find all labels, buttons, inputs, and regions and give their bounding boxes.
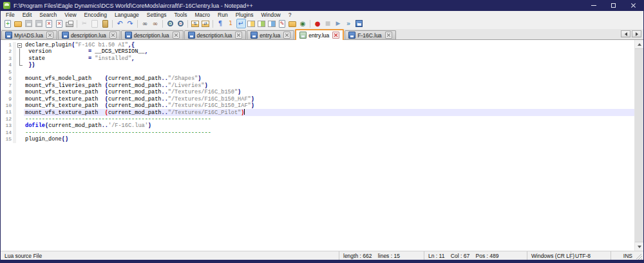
titlebar[interactable]: F:\Program Files\Eagle Dynamics\DCS Worl…	[1, 0, 643, 11]
tab-entry-lua[interactable]: entry.lua	[247, 30, 294, 39]
macro-play-button[interactable]: ▶	[334, 19, 343, 28]
sync-vertical-scroll-button[interactable]: ⇅	[191, 19, 200, 28]
zoom-in-button[interactable]: +	[166, 19, 175, 28]
tab-scroll-right-button[interactable]	[632, 30, 641, 37]
tab-close-icon[interactable]	[385, 32, 392, 39]
menu-window[interactable]: Window	[258, 11, 285, 18]
code-line-3[interactable]: 3 state = "installed",	[1, 55, 634, 62]
document-map-button[interactable]	[257, 19, 267, 28]
code-line-12[interactable]: 12--------------------------------------…	[1, 116, 634, 122]
folder-as-workspace-button[interactable]	[288, 19, 298, 28]
code-line-10[interactable]: 10mount_vfs_texture_path (current_mod_pa…	[1, 102, 634, 109]
tab-scroll-left-button[interactable]	[621, 30, 630, 37]
tab-description-lua[interactable]: description.lua	[121, 30, 184, 39]
show-all-characters-button[interactable]: ¶	[216, 19, 225, 28]
fold-margin	[16, 83, 24, 89]
status-cursor-position[interactable]: Ln : 11 Col : 67 Pos : 489	[424, 251, 527, 260]
status-doc-type: Lua source File	[1, 251, 339, 260]
paste-button[interactable]	[100, 19, 110, 28]
macro-record-button[interactable]: ●	[313, 19, 323, 28]
code-view[interactable]: 1declare_plugin("F-16C b1.50 AI",{2 vers…	[1, 40, 634, 251]
code-line-15[interactable]: 15plugin_done()	[1, 136, 634, 142]
open-file-button[interactable]	[14, 19, 23, 28]
tab-close-icon[interactable]	[235, 32, 242, 39]
tab-entry-lua[interactable]: entry.lua	[295, 29, 344, 40]
tab-description-lua[interactable]: description.lua	[184, 30, 247, 39]
replace-button[interactable]: ∞	[151, 19, 160, 28]
save-all-icon	[35, 20, 43, 27]
close-file-button[interactable]: ×	[44, 19, 54, 28]
tab-description-lua[interactable]: description.lua	[58, 30, 120, 39]
sync-horizontal-scroll-button[interactable]: ⇄	[201, 19, 211, 28]
code-line-1[interactable]: 1declare_plugin("F-16C b1.50 AI",{	[1, 42, 634, 48]
function-list-button[interactable]	[247, 19, 256, 28]
close-button[interactable]	[623, 0, 643, 11]
find-button[interactable]: ∞	[140, 19, 150, 28]
code-line-6[interactable]: 6mount_vfs_model_path (current_mod_path.…	[1, 75, 634, 82]
tab-close-icon[interactable]	[283, 32, 290, 39]
close-all-icon: ×	[56, 20, 62, 28]
code-line-5[interactable]: 5	[1, 69, 634, 75]
code-line-11[interactable]: 11mount_vfs_texture_path (current_mod_pa…	[1, 109, 634, 115]
tab-close-icon[interactable]	[109, 32, 117, 39]
scrollbar-thumb[interactable]	[635, 48, 643, 242]
file-monitoring-button[interactable]: ◉	[298, 19, 308, 28]
menu-view[interactable]: View	[61, 11, 80, 18]
menu-tools[interactable]: Tools	[171, 11, 191, 18]
editor-area[interactable]: 1declare_plugin("F-16C b1.50 AI",{2 vers…	[1, 40, 643, 251]
code-text: mount_vfs_texture_path (current_mod_path…	[24, 102, 634, 109]
scroll-down-button[interactable]	[635, 242, 643, 251]
menu-edit[interactable]: Edit	[19, 11, 36, 18]
edit-popup-button[interactable]: ✎	[278, 19, 287, 28]
status-eol-format[interactable]: Windows (CR LF)	[527, 251, 571, 260]
code-line-8[interactable]: 8mount_vfs_texture_path (current_mod_pat…	[1, 89, 634, 95]
code-line-7[interactable]: 7mount_vfs_liveries_path (current_mod_pa…	[1, 83, 634, 89]
show-indent-guide-button[interactable]: 1	[226, 19, 236, 28]
fold-marker-open[interactable]	[16, 42, 24, 48]
macro-run-multiple-button[interactable]: »	[344, 19, 354, 28]
status-insert-mode[interactable]: INS	[611, 251, 636, 260]
maximize-button[interactable]	[603, 0, 623, 11]
macro-save-button[interactable]: ▶	[354, 19, 364, 28]
code-line-2[interactable]: 2 version = __DCS_VERSION__,	[1, 48, 634, 55]
minimize-button[interactable]	[583, 0, 603, 11]
tab-close-icon[interactable]	[46, 32, 53, 39]
menu-help[interactable]: ?	[285, 11, 296, 18]
document-list-button[interactable]	[267, 19, 277, 28]
folder-as-workspace-icon	[289, 21, 296, 27]
close-all-button[interactable]: ×	[55, 19, 64, 28]
redo-button[interactable]: ↷	[126, 19, 135, 28]
tab-f-16c-lua[interactable]: F-16C.lua	[345, 30, 395, 39]
word-wrap-icon: ↵	[237, 20, 245, 28]
menu-plugins[interactable]: Plugins	[232, 11, 258, 18]
tab-myiads-lua[interactable]: MyIADS.lua	[1, 30, 57, 39]
window-frame-bottom	[1, 260, 643, 263]
menu-macro[interactable]: Macro	[191, 11, 214, 18]
cut-icon: ✂	[80, 20, 88, 28]
undo-icon: ↶	[116, 20, 124, 28]
menu-run[interactable]: Run	[214, 11, 232, 18]
code-line-13[interactable]: 13dofile(current_mod_path..'/F-16C.lua')	[1, 122, 634, 129]
menu-settings[interactable]: Settings	[143, 11, 171, 18]
new-file-button[interactable]: +	[3, 19, 13, 28]
menu-file[interactable]: File	[2, 11, 19, 18]
resize-grip[interactable]	[636, 254, 642, 260]
menu-language[interactable]: Language	[111, 11, 143, 18]
tab-close-icon[interactable]	[332, 32, 339, 39]
scroll-up-button[interactable]	[635, 40, 643, 48]
undo-button[interactable]: ↶	[115, 19, 125, 28]
vertical-scrollbar[interactable]	[634, 40, 643, 251]
window-title: F:\Program Files\Eagle Dynamics\DCS Worl…	[14, 3, 253, 9]
code-line-9[interactable]: 9mount_vfs_texture_path (current_mod_pat…	[1, 96, 634, 102]
code-line-14[interactable]: 14--------------------------------------…	[1, 130, 634, 136]
notepadpp-window: F:\Program Files\Eagle Dynamics\DCS Worl…	[0, 0, 644, 263]
tab-close-icon[interactable]	[173, 32, 180, 39]
word-wrap-button[interactable]: ↵	[236, 19, 246, 28]
menu-search[interactable]: Search	[35, 11, 61, 18]
line-number: 5	[1, 69, 12, 75]
code-line-4[interactable]: 4 })	[1, 62, 634, 68]
status-encoding[interactable]: UTF-8	[571, 251, 611, 260]
zoom-out-button[interactable]: −	[176, 19, 185, 28]
print-button[interactable]	[65, 19, 75, 28]
menu-encoding[interactable]: Encoding	[80, 11, 111, 18]
